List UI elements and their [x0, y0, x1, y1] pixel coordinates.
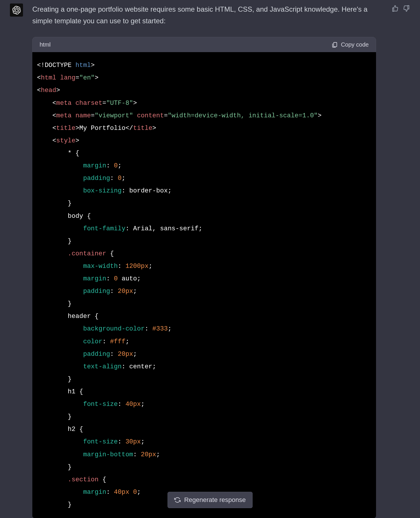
thumbs-up-button[interactable]	[391, 5, 399, 12]
copy-code-label: Copy code	[341, 41, 369, 48]
regenerate-label: Regenerate response	[184, 496, 246, 504]
assistant-message: Creating a one-page portfolio website re…	[10, 3, 410, 518]
code-language-label: html	[40, 41, 51, 48]
assistant-avatar	[10, 3, 23, 17]
thumbs-down-icon	[403, 5, 410, 12]
code-header: html Copy code	[32, 37, 376, 52]
svg-rect-0	[334, 42, 337, 47]
thumbs-down-button[interactable]	[403, 5, 410, 12]
copy-code-button[interactable]: Copy code	[331, 41, 369, 48]
intro-text: Creating a one-page portfolio website re…	[32, 3, 376, 26]
code-block: html Copy code <!DOCTYPE html> <html lan…	[32, 37, 376, 518]
regenerate-button[interactable]: Regenerate response	[167, 492, 253, 508]
thumbs-up-icon	[392, 5, 399, 12]
feedback-buttons	[391, 5, 410, 12]
refresh-icon	[174, 497, 181, 503]
openai-logo-icon	[12, 6, 21, 15]
clipboard-icon	[331, 42, 338, 48]
message-content: Creating a one-page portfolio website re…	[32, 3, 382, 518]
code-body[interactable]: <!DOCTYPE html> <html lang="en"> <head> …	[32, 52, 376, 518]
